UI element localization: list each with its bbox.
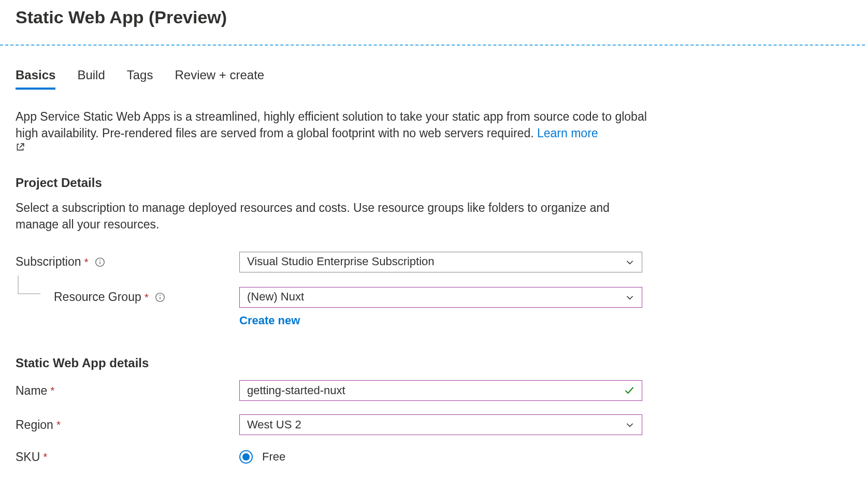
tab-build[interactable]: Build [77,66,105,90]
required-asterisk: * [50,383,54,398]
tabs: Basics Build Tags Review + create [16,66,653,90]
svg-point-5 [160,295,161,296]
sku-label: SKU [16,449,40,465]
external-link-icon [16,142,647,152]
info-icon[interactable] [155,292,165,303]
swa-details-heading: Static Web App details [16,354,653,372]
create-new-link[interactable]: Create new [239,314,300,327]
sku-value: Free [262,449,285,465]
project-details-heading: Project Details [16,174,653,192]
tab-basics[interactable]: Basics [16,66,55,90]
subscription-label: Subscription [16,253,81,270]
required-asterisk: * [43,449,47,464]
required-asterisk: * [56,417,61,432]
resource-group-row: Resource Group * (New) Nuxt [16,286,653,309]
name-label: Name [16,382,47,399]
page-title: Static Web App (Preview) [16,5,849,30]
name-value: getting-started-nuxt [247,383,624,399]
region-row: Region * West US 2 [16,414,653,435]
sku-row: SKU * Free [16,449,653,465]
info-icon[interactable] [95,257,105,267]
tab-review-create[interactable]: Review + create [175,66,264,90]
region-value: West US 2 [247,417,625,433]
resource-group-label: Resource Group [54,289,141,305]
resource-group-select[interactable]: (New) Nuxt [239,287,642,308]
radio-dot-icon [242,453,250,460]
name-input[interactable]: getting-started-nuxt [239,380,642,401]
subscription-select[interactable]: Visual Studio Enterprise Subscription [239,252,642,272]
intro-text: App Service Static Web Apps is a streaml… [16,108,647,151]
svg-point-2 [99,260,100,261]
checkmark-icon [624,385,635,396]
chevron-down-icon [625,420,635,429]
subscription-row: Subscription * Visual Studio Enterprise … [16,252,653,272]
tree-indent-icon [16,286,41,309]
region-label: Region [16,416,53,433]
chevron-down-icon [625,293,635,302]
sku-radio-free[interactable] [239,450,253,464]
resource-group-value: (New) Nuxt [247,289,625,305]
subscription-value: Visual Studio Enterprise Subscription [247,254,625,270]
region-select[interactable]: West US 2 [239,414,642,435]
required-asterisk: * [84,254,89,269]
chevron-down-icon [625,257,635,267]
name-row: Name * getting-started-nuxt [16,380,653,401]
learn-more-label: Learn more [537,126,598,140]
required-asterisk: * [145,290,149,305]
project-details-desc: Select a subscription to manage deployed… [16,199,647,233]
tab-tags[interactable]: Tags [127,66,153,90]
